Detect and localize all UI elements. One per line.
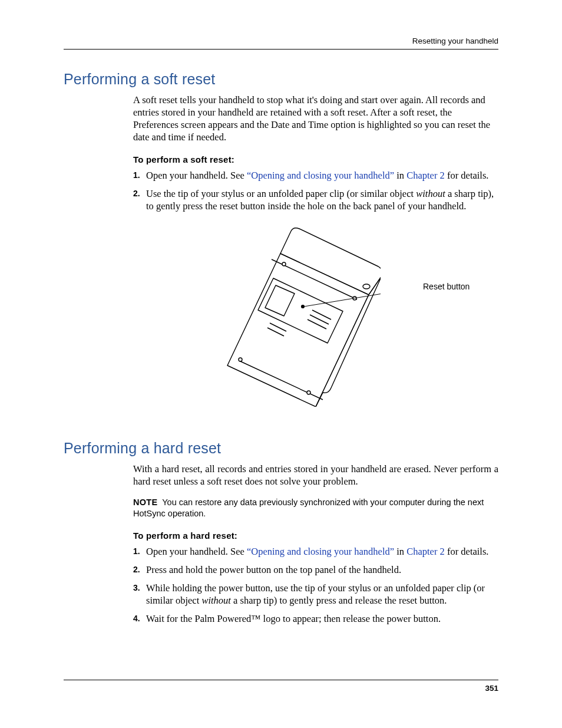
svg-point-4	[282, 262, 286, 266]
step-number: 1.	[133, 545, 146, 558]
text: Open your handheld. See	[146, 546, 247, 557]
step-number: 2.	[133, 187, 146, 212]
list-item: 4. Wait for the Palm Powered™ logo to ap…	[133, 612, 498, 625]
diagram-callout-label: Reset button	[423, 282, 470, 292]
ordered-list: 1. Open your handheld. See “Opening and …	[133, 545, 498, 625]
document-page: Resetting your handheld Performing a sof…	[0, 0, 562, 728]
section-title-hard-reset: Performing a hard reset	[64, 440, 498, 457]
text: for details.	[445, 170, 489, 181]
step-number: 4.	[133, 612, 146, 625]
step-text: Use the tip of your stylus or an unfolde…	[146, 187, 498, 212]
step-text: Open your handheld. See “Opening and clo…	[146, 545, 498, 558]
cross-ref-link[interactable]: “Opening and closing your handheld”	[247, 546, 394, 557]
step-number: 2.	[133, 564, 146, 576]
cross-ref-link[interactable]: Chapter 2	[406, 546, 445, 557]
cross-ref-link[interactable]: “Opening and closing your handheld”	[247, 170, 394, 181]
note-text: You can restore any data previously sync…	[133, 498, 484, 518]
step-text: Wait for the Palm Powered™ logo to appea…	[146, 612, 498, 625]
intro-paragraph: With a hard reset, all records and entri…	[133, 463, 498, 487]
note-label: NOTE	[133, 498, 157, 507]
section-body-soft-reset: A soft reset tells your handheld to stop…	[133, 94, 498, 407]
step-text: Press and hold the power button on the t…	[146, 564, 498, 576]
procedure-heading: To perform a soft reset:	[133, 154, 498, 165]
handheld-diagram-icon	[192, 218, 381, 407]
text: in	[394, 170, 406, 181]
section-body-hard-reset: With a hard reset, all records and entri…	[133, 463, 498, 625]
page-number: 351	[485, 684, 498, 693]
ordered-list: 1. Open your handheld. See “Opening and …	[133, 169, 498, 212]
step-number: 3.	[133, 582, 146, 607]
intro-paragraph: A soft reset tells your handheld to stop…	[133, 94, 498, 143]
section-title-soft-reset: Performing a soft reset	[64, 71, 498, 88]
text: a sharp tip) to gently press and release…	[231, 595, 447, 606]
diagram-container: Reset button	[133, 218, 498, 407]
list-item: 2. Use the tip of your stylus or an unfo…	[133, 187, 498, 212]
svg-point-12	[302, 305, 305, 308]
procedure-heading: To perform a hard reset:	[133, 530, 498, 541]
italic-text: without	[416, 188, 445, 199]
cross-ref-link[interactable]: Chapter 2	[406, 170, 445, 181]
text: Use the tip of your stylus or an unfolde…	[146, 188, 416, 199]
step-number: 1.	[133, 169, 146, 182]
list-item: 2. Press and hold the power button on th…	[133, 564, 498, 576]
list-item: 1. Open your handheld. See “Opening and …	[133, 169, 498, 182]
page-footer: 351	[64, 680, 498, 693]
list-item: 3. While holding the power button, use t…	[133, 582, 498, 607]
svg-point-11	[363, 284, 370, 289]
text: in	[394, 546, 406, 557]
list-item: 1. Open your handheld. See “Opening and …	[133, 545, 498, 558]
step-text: Open your handheld. See “Opening and clo…	[146, 169, 498, 182]
text: Open your handheld. See	[146, 170, 247, 181]
italic-text: without	[201, 595, 231, 606]
svg-point-2	[239, 358, 242, 361]
svg-point-3	[307, 391, 310, 394]
note-paragraph: NOTE You can restore any data previously…	[133, 497, 498, 519]
running-header: Resetting your handheld	[64, 37, 498, 50]
step-text: While holding the power button, use the …	[146, 582, 498, 607]
text: for details.	[445, 546, 489, 557]
